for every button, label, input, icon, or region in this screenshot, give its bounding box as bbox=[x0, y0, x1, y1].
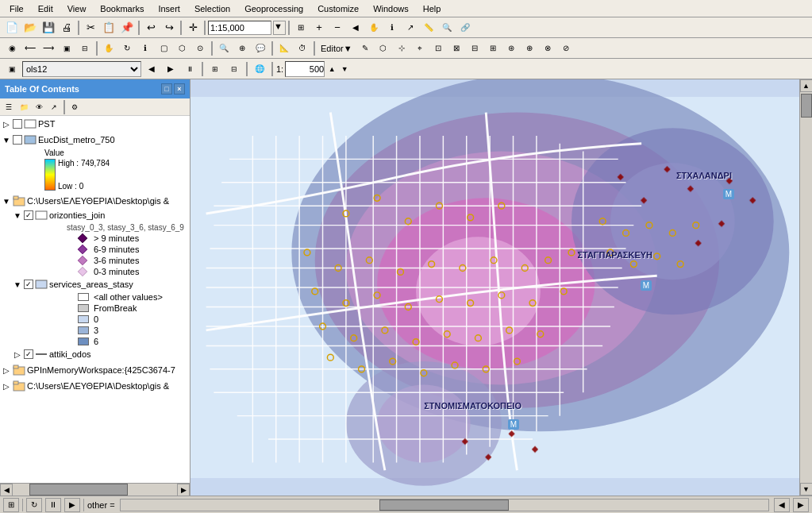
menu-selection[interactable]: Selection bbox=[188, 2, 237, 15]
zoom-layer-btn[interactable]: ⊟ bbox=[76, 40, 94, 57]
menu-view[interactable]: View bbox=[61, 2, 93, 15]
scale-dn-btn[interactable]: ▼ bbox=[339, 60, 350, 78]
zoom-input[interactable] bbox=[208, 21, 271, 35]
toc-sel-btn[interactable]: ↗ bbox=[47, 100, 61, 114]
layer-dropdown-btn[interactable]: ▣ bbox=[3, 60, 21, 78]
expand-eucdist[interactable]: ▼ bbox=[2, 135, 11, 145]
edit11-btn[interactable]: ⊗ bbox=[539, 40, 556, 57]
edit3-btn[interactable]: ⊹ bbox=[393, 40, 410, 57]
edit4-btn[interactable]: ⌖ bbox=[411, 40, 429, 57]
toc-row-group1[interactable]: ▼ C:\Users\ΕΛΕΥΘΕΡΙΑ\Desktop\gis & bbox=[0, 194, 190, 208]
select-poly-btn[interactable]: ⬡ bbox=[173, 40, 190, 57]
measure-btn[interactable]: 📏 bbox=[420, 19, 437, 37]
scroll-thumb[interactable] bbox=[801, 94, 812, 118]
expand-services[interactable]: ▼ bbox=[13, 280, 22, 289]
cut-button[interactable]: ✂ bbox=[82, 19, 99, 37]
toc-minimize-btn[interactable]: □ bbox=[161, 83, 172, 94]
status-scroll-left[interactable]: ◀ bbox=[774, 498, 790, 512]
paste-button[interactable]: 📌 bbox=[118, 19, 136, 37]
select-btn[interactable]: ↗ bbox=[402, 19, 419, 37]
edit12-btn[interactable]: ⊘ bbox=[557, 40, 575, 57]
zoom-in-btn[interactable]: + bbox=[310, 19, 328, 37]
find-btn[interactable]: 🔍 bbox=[438, 19, 456, 37]
layer-select[interactable]: ols12 bbox=[22, 61, 141, 77]
expand-group1[interactable]: ▼ bbox=[2, 196, 11, 206]
time-slider-btn[interactable]: ⏱ bbox=[294, 40, 311, 57]
bottom-scrollbar[interactable] bbox=[120, 499, 769, 511]
check-attiki[interactable] bbox=[24, 349, 33, 359]
nav-pause-btn[interactable]: ⏸ bbox=[181, 60, 198, 78]
zoom-prev-btn[interactable]: ◀ bbox=[347, 19, 364, 37]
menu-windows[interactable]: Windows bbox=[367, 2, 415, 15]
nav-tool2[interactable]: ⊟ bbox=[225, 60, 243, 78]
move-tool[interactable]: ✛ bbox=[184, 19, 202, 37]
toc-row-gpwork[interactable]: ▷ GPInMemoryWorkspace:{425C3674-7 bbox=[0, 363, 190, 377]
zoom-dropdown[interactable]: ▼ bbox=[273, 21, 286, 35]
toc-row-pst[interactable]: ▷ PST bbox=[0, 117, 190, 131]
edit5-btn[interactable]: ⊡ bbox=[429, 40, 447, 57]
status-btn1[interactable]: ⊞ bbox=[3, 498, 19, 512]
menu-bookmarks[interactable]: Bookmarks bbox=[94, 2, 150, 15]
map-area[interactable]: ΣΤΧΑΛΑΝΔΡΙ ΣΤΑΓΠΑΡΑΣΚΕΥΗ ΣΤΝΟΜΙΣΜΑΤΟΚΟΠΕ… bbox=[190, 79, 799, 496]
edit2-btn[interactable]: ⬡ bbox=[375, 40, 392, 57]
toc-row-services[interactable]: ▼ services_areas_stasy bbox=[11, 277, 190, 291]
scale-input[interactable] bbox=[285, 61, 325, 77]
toc-opt-btn[interactable]: ⚙ bbox=[67, 100, 82, 114]
nav-back-btn[interactable]: ◀ bbox=[143, 60, 160, 78]
bottom-scroll-thumb[interactable] bbox=[379, 499, 509, 511]
save-button[interactable]: 💾 bbox=[40, 19, 57, 37]
hyperlink-btn[interactable]: ⊕ bbox=[233, 40, 251, 57]
link-btn[interactable]: 🔗 bbox=[456, 19, 474, 37]
toc-row-attiki[interactable]: ▷ attiki_odos bbox=[11, 347, 190, 361]
measure-tool-btn[interactable]: 📐 bbox=[275, 40, 293, 57]
toc-row-group2[interactable]: ▷ C:\Users\ΕΛΕΥΘΕΡΙΑ\Desktop\gis & bbox=[0, 379, 190, 393]
pan-btn[interactable]: ✋ bbox=[365, 19, 383, 37]
check-pst[interactable] bbox=[13, 119, 22, 129]
status-btn3[interactable]: ⏸ bbox=[45, 498, 61, 512]
find-route-btn[interactable]: 🔍 bbox=[215, 40, 233, 57]
menu-geoprocessing[interactable]: Geoprocessing bbox=[238, 2, 310, 15]
edit1-btn[interactable]: ✎ bbox=[356, 40, 374, 57]
select-rect-btn[interactable]: ▢ bbox=[155, 40, 172, 57]
scale-up-btn[interactable]: ▲ bbox=[326, 60, 337, 78]
open-button[interactable]: 📂 bbox=[21, 19, 39, 37]
copy-button[interactable]: 📋 bbox=[100, 19, 117, 37]
hscroll-right-btn[interactable]: ▶ bbox=[177, 484, 190, 496]
expand-gpwork[interactable]: ▷ bbox=[2, 365, 11, 375]
expand-group2[interactable]: ▷ bbox=[2, 381, 11, 391]
identify-btn[interactable]: ℹ bbox=[383, 19, 401, 37]
toc-source-btn[interactable]: 📁 bbox=[17, 100, 31, 114]
redo-button[interactable]: ↪ bbox=[160, 19, 178, 37]
zoom-full-btn[interactable]: ◉ bbox=[3, 40, 21, 57]
toc-close-btn[interactable]: × bbox=[174, 83, 185, 94]
edit10-btn[interactable]: ⊕ bbox=[521, 40, 538, 57]
toc-vis-btn[interactable]: 👁 bbox=[32, 100, 46, 114]
html-popup-btn[interactable]: 💬 bbox=[252, 40, 269, 57]
check-horizonities[interactable] bbox=[24, 210, 33, 220]
rotate-btn[interactable]: ↻ bbox=[118, 40, 136, 57]
menu-help[interactable]: Help bbox=[417, 2, 448, 15]
zoom-back-btn[interactable]: ⟵ bbox=[21, 40, 39, 57]
status-btn2[interactable]: ↻ bbox=[26, 498, 42, 512]
toc-row-horizonities[interactable]: ▼ orizonties_join bbox=[11, 208, 190, 222]
scroll-down-btn[interactable]: ▼ bbox=[800, 483, 813, 496]
expand-attiki[interactable]: ▷ bbox=[13, 349, 22, 359]
print-button[interactable]: 🖨 bbox=[58, 19, 75, 37]
zoom-sel-btn[interactable]: ▣ bbox=[58, 40, 75, 57]
zoom-fwd-btn[interactable]: ⟶ bbox=[40, 40, 57, 57]
edit8-btn[interactable]: ⊞ bbox=[484, 40, 502, 57]
zoom-out-btn[interactable]: − bbox=[329, 19, 346, 37]
zoom-extent-btn[interactable]: ⊞ bbox=[292, 19, 310, 37]
toc-row-eucdist[interactable]: ▼ EucDist_metro_750 bbox=[0, 133, 190, 147]
toc-list-view-btn[interactable]: ☰ bbox=[2, 100, 16, 114]
pan-tool-btn[interactable]: ✋ bbox=[100, 40, 117, 57]
check-services[interactable] bbox=[24, 280, 33, 289]
select-lasso-btn[interactable]: ⊙ bbox=[191, 40, 209, 57]
new-button[interactable]: 📄 bbox=[3, 19, 21, 37]
edit6-btn[interactable]: ⊠ bbox=[448, 40, 465, 57]
status-scroll-right[interactable]: ▶ bbox=[793, 498, 809, 512]
earth-icon[interactable]: 🌐 bbox=[251, 60, 268, 78]
menu-edit[interactable]: Edit bbox=[32, 2, 60, 15]
undo-button[interactable]: ↩ bbox=[142, 19, 160, 37]
status-btn4[interactable]: ▶ bbox=[64, 498, 80, 512]
